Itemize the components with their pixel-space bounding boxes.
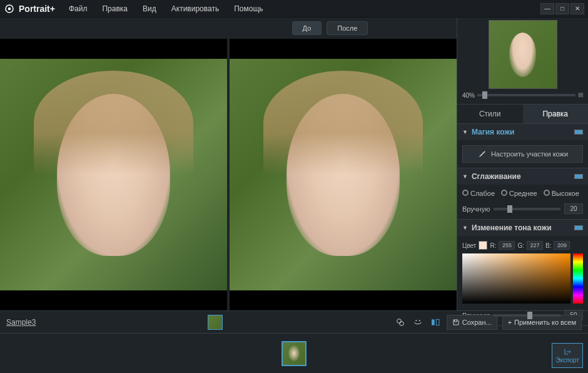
smoothing-manual-row: Вручную 20 bbox=[462, 203, 583, 214]
section-skin-tone: ▼ Изменение тона кожи Цвет R: 255 G: 227… bbox=[457, 220, 588, 326]
r-value[interactable]: 255 bbox=[499, 241, 515, 250]
g-label: G: bbox=[517, 242, 524, 249]
skin-tone-slider-thumb[interactable] bbox=[527, 312, 532, 319]
skin-tone-toggle[interactable] bbox=[574, 225, 583, 230]
after-pane[interactable] bbox=[230, 39, 457, 310]
apply-all-label: Применить ко всем bbox=[514, 319, 576, 326]
export-label: Экспорт bbox=[555, 357, 579, 364]
svg-point-3 bbox=[399, 321, 403, 325]
save-icon bbox=[452, 319, 460, 326]
footer-right: Сохран... + Применить ко всем bbox=[394, 315, 582, 330]
panel-tabs: Стили Правка bbox=[457, 105, 588, 124]
skin-magic-toggle[interactable] bbox=[574, 130, 583, 135]
footer-thumbnail[interactable] bbox=[208, 315, 223, 330]
right-panel: 40% ⦀⦀ Стили Правка ▼ Магия кожи Настрои… bbox=[457, 18, 588, 310]
skin-tone-slider[interactable] bbox=[494, 314, 560, 317]
color-row: Цвет R: 255 G: 227 B: 209 bbox=[462, 241, 583, 250]
section-smoothing: ▼ Сглаживание Слабое Среднее Высокое Вру… bbox=[457, 168, 588, 220]
titlebar: Portrait+ Файл Правка Вид Активировать П… bbox=[0, 0, 588, 18]
smoothing-slider[interactable] bbox=[494, 208, 560, 210]
face-icon[interactable] bbox=[412, 316, 424, 329]
section-header-skin-tone[interactable]: ▼ Изменение тона кожи bbox=[457, 220, 588, 236]
zoom-scrub-icon[interactable]: ⦀⦀ bbox=[578, 91, 583, 99]
g-value[interactable]: 227 bbox=[527, 241, 543, 250]
saturation-value-picker[interactable] bbox=[462, 253, 570, 304]
maximize-button[interactable]: □ bbox=[555, 3, 569, 14]
svg-point-2 bbox=[397, 319, 401, 323]
menu-activate[interactable]: Активировать bbox=[165, 2, 225, 16]
window-controls: — □ ✕ bbox=[540, 3, 584, 14]
app-logo-icon bbox=[4, 3, 15, 14]
save-button[interactable]: Сохран... bbox=[447, 315, 497, 330]
smoothing-title: Сглаживание bbox=[472, 172, 521, 181]
before-after-tabs: До После bbox=[203, 18, 457, 39]
smoothing-slider-thumb[interactable] bbox=[507, 205, 512, 213]
apply-all-button[interactable]: + Применить ко всем bbox=[502, 315, 582, 330]
r-label: R: bbox=[490, 242, 496, 249]
minimize-button[interactable]: — bbox=[540, 3, 554, 14]
radio-medium[interactable]: Среднее bbox=[501, 190, 537, 197]
brush-label: Настроить участки кожи bbox=[491, 150, 568, 158]
app-title: Portrait+ bbox=[19, 4, 55, 14]
before-pane[interactable] bbox=[0, 39, 227, 310]
chevron-down-icon: ▼ bbox=[462, 225, 468, 231]
zoom-slider[interactable] bbox=[477, 94, 575, 96]
section-header-skin-magic[interactable]: ▼ Магия кожи bbox=[457, 124, 588, 140]
thumbnail-strip: Экспорт bbox=[0, 333, 588, 373]
export-icon bbox=[562, 348, 572, 355]
smoothing-value[interactable]: 20 bbox=[564, 203, 583, 214]
section-skin-magic: ▼ Магия кожи Настроить участки кожи bbox=[457, 124, 588, 168]
skin-tone-title: Изменение тона кожи bbox=[472, 223, 552, 232]
before-image bbox=[0, 59, 227, 290]
menu-help[interactable]: Помощь bbox=[228, 2, 269, 16]
main-menu: Файл Правка Вид Активировать Помощь bbox=[63, 2, 270, 16]
save-label: Сохран... bbox=[462, 319, 492, 326]
svg-point-5 bbox=[418, 320, 420, 321]
svg-rect-6 bbox=[432, 319, 435, 325]
color-label: Цвет bbox=[462, 242, 476, 249]
b-label: B: bbox=[545, 242, 551, 249]
b-value[interactable]: 209 bbox=[554, 241, 570, 250]
tab-before[interactable]: До bbox=[292, 21, 322, 35]
zoom-control: 40% ⦀⦀ bbox=[460, 89, 585, 101]
chevron-down-icon: ▼ bbox=[462, 129, 468, 135]
smoothing-radios: Слабое Среднее Высокое bbox=[462, 190, 583, 197]
menu-file[interactable]: Файл bbox=[63, 2, 94, 16]
skin-magic-title: Магия кожи bbox=[472, 128, 514, 136]
smoothing-toggle[interactable] bbox=[574, 174, 583, 179]
after-image bbox=[230, 59, 457, 290]
tab-styles[interactable]: Стили bbox=[457, 105, 523, 123]
menu-edit[interactable]: Правка bbox=[96, 2, 134, 16]
viewer-area: До После bbox=[0, 18, 457, 310]
preview-thumbnail[interactable] bbox=[489, 20, 557, 89]
close-button[interactable]: ✕ bbox=[570, 3, 584, 14]
filename-link[interactable]: Sample3 bbox=[6, 318, 36, 327]
svg-point-1 bbox=[8, 7, 11, 10]
compare-icon[interactable] bbox=[429, 316, 442, 329]
strip-thumbnail[interactable] bbox=[281, 341, 307, 366]
image-comparison bbox=[0, 39, 457, 310]
svg-point-4 bbox=[415, 320, 417, 321]
adjust-skin-areas-button[interactable]: Настроить участки кожи bbox=[462, 145, 583, 163]
tab-edit[interactable]: Правка bbox=[523, 105, 589, 123]
hue-picker[interactable] bbox=[573, 253, 583, 304]
color-swatch[interactable] bbox=[479, 241, 487, 250]
chevron-down-icon: ▼ bbox=[462, 173, 468, 180]
radio-high[interactable]: Высокое bbox=[544, 190, 579, 197]
export-button[interactable]: Экспорт bbox=[552, 343, 583, 368]
zoom-value: 40% bbox=[462, 92, 475, 99]
zoom-slider-thumb[interactable] bbox=[482, 91, 487, 99]
tab-after[interactable]: После bbox=[327, 21, 368, 35]
radio-weak[interactable]: Слабое bbox=[462, 190, 495, 197]
preview-area: 40% ⦀⦀ bbox=[457, 18, 588, 105]
plus-icon: + bbox=[508, 319, 512, 326]
svg-rect-7 bbox=[436, 319, 439, 325]
link-icon[interactable] bbox=[394, 316, 407, 329]
section-header-smoothing[interactable]: ▼ Сглаживание bbox=[457, 168, 588, 185]
smoothing-manual-label: Вручную bbox=[462, 205, 490, 213]
color-picker bbox=[462, 253, 583, 304]
menu-view[interactable]: Вид bbox=[136, 2, 163, 16]
brush-icon bbox=[477, 150, 486, 158]
